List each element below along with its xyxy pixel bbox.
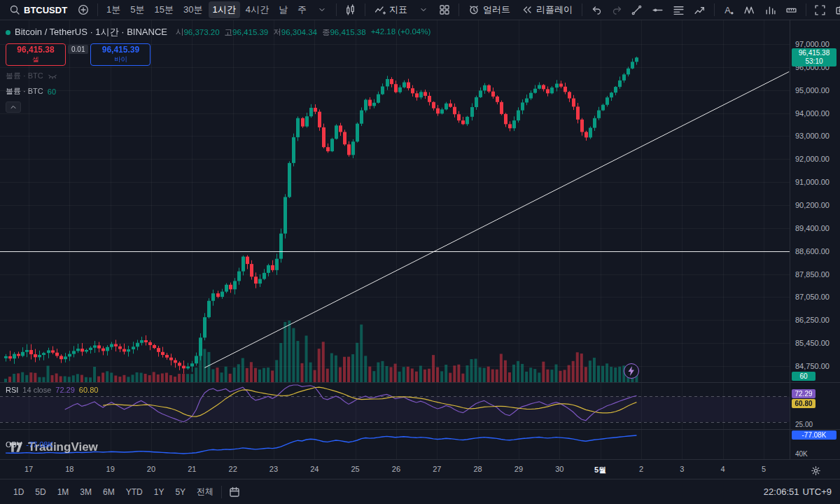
buy-price: 96,415.39 [102, 46, 139, 55]
close-value: 96,415.38 [330, 28, 365, 36]
replay-button[interactable]: 리플레이 [517, 1, 578, 18]
chevron-down-icon [318, 6, 326, 14]
clock[interactable]: 22:06:51 UTC+9 [764, 486, 832, 497]
horizontal-ray-tool-button[interactable] [648, 1, 668, 18]
range-전체[interactable]: 전체 [192, 484, 218, 500]
fib-retracement-tool-button[interactable] [669, 1, 689, 18]
eye-off-icon[interactable] [48, 71, 57, 81]
bottom-toolbar: 1D5D1M3M6MYTD1Y5Y전체 22:06:51 UTC+9 [0, 479, 840, 504]
toolbar-left: BTCUSDT 1분5분15분30분1시간4시간날주 지표 [4, 1, 627, 18]
interval-dropdown-button[interactable] [312, 1, 332, 18]
range-5Y[interactable]: 5Y [170, 485, 190, 499]
interval-1시간[interactable]: 1시간 [209, 1, 240, 18]
pane-separator-obv[interactable] [0, 429, 840, 430]
go-to-date-button[interactable] [225, 484, 244, 500]
price-axis-label: 87,050.00 [795, 293, 830, 301]
range-1D[interactable]: 1D [8, 485, 29, 499]
chevron-up-icon [9, 103, 18, 111]
time-axis-label: 28 [474, 465, 482, 473]
order-quantity[interactable]: 0.01 [68, 45, 88, 54]
high-label: 고 [225, 28, 233, 36]
volume-legend-hidden-row: 볼륨 · BTC [6, 71, 430, 81]
interval-주[interactable]: 주 [293, 1, 311, 18]
trend-line-tool-button[interactable] [627, 1, 647, 18]
snapshot-button[interactable] [832, 1, 840, 18]
time-axis-label: 5월 [594, 465, 606, 475]
change-value: +42.18 (+0.04%) [371, 27, 431, 38]
range-5D[interactable]: 5D [30, 485, 50, 499]
pane-separator-rsi[interactable] [0, 382, 840, 383]
sell-button[interactable]: 96,415.38 셀 [6, 43, 66, 66]
fullscreen-button[interactable] [811, 1, 830, 18]
measure-ruler-icon [785, 4, 797, 16]
lightning-icon [627, 366, 636, 376]
time-axis-label: 29 [514, 465, 523, 473]
time-axis-label: 20 [147, 465, 155, 473]
ohlc-values: 시96,373.20 고96,415.39 저96,304.34 종96,415… [176, 27, 430, 38]
time-axis-label: 23 [270, 465, 278, 473]
obv-legend: OBV -77.08K [6, 440, 53, 449]
redo-icon [612, 4, 623, 15]
range-1M[interactable]: 1M [52, 485, 74, 499]
forecast-tool-button[interactable] [690, 1, 710, 18]
open-label: 시 [176, 28, 184, 36]
redo-button[interactable] [608, 1, 627, 18]
settings-gear-button[interactable] [808, 463, 823, 478]
prediction-tool-button[interactable] [761, 1, 780, 18]
text-tool-button[interactable]: A [719, 1, 738, 18]
chart-legend: Bitcoin / TetherUS · 1시간 · BINANCE 시96,3… [6, 26, 430, 113]
price-axis-label: 87,850.00 [795, 270, 830, 279]
divider [221, 486, 222, 498]
symbol-search-button[interactable]: BTCUSDT [4, 1, 72, 18]
obv-axis-badge: -77.08K [792, 430, 836, 440]
grid-layout-icon [439, 4, 450, 15]
chart-region: Bitcoin / TetherUS · 1시간 · BINANCE 시96,3… [0, 20, 840, 459]
range-1Y[interactable]: 1Y [149, 485, 169, 499]
layout-templates-button[interactable] [435, 1, 454, 18]
forecast-icon [694, 4, 706, 16]
obv-value: -77.08K [26, 440, 53, 449]
top-toolbar: BTCUSDT 1분5분15분30분1시간4시간날주 지표 [0, 0, 840, 20]
interval-5분[interactable]: 5분 [126, 1, 148, 18]
indicators-button[interactable]: 지표 [370, 1, 412, 18]
sell-label: 셀 [32, 55, 39, 64]
range-3M[interactable]: 3M [75, 485, 97, 499]
price-axis-label: 90,200.00 [795, 201, 830, 209]
undo-button[interactable] [587, 1, 606, 18]
divider [806, 4, 806, 16]
instant-trading-button[interactable] [624, 363, 639, 379]
horizontal-ray-icon [652, 4, 664, 16]
price-axis[interactable]: 96,415.38 53:10 60 72.29 60.80 25.00 -77… [790, 20, 840, 459]
indicators-label: 지표 [389, 4, 407, 16]
market-status-dot [6, 30, 10, 35]
interval-15분[interactable]: 15분 [150, 1, 178, 18]
time-axis-label: 17 [24, 465, 33, 473]
measure-tool-button[interactable] [782, 1, 802, 18]
volume-hidden-label: 볼륨 · BTC [6, 71, 43, 81]
alert-button[interactable]: 얼러트 [463, 1, 515, 18]
time-axis[interactable]: 17181920212223242526272829305월2345 [0, 459, 840, 479]
compare-add-button[interactable] [74, 1, 93, 18]
chart-style-button[interactable] [341, 1, 360, 18]
interval-4시간[interactable]: 4시간 [241, 1, 273, 18]
indicators-dropdown-button[interactable] [414, 1, 433, 18]
interval-1분[interactable]: 1분 [102, 1, 125, 18]
interval-30분[interactable]: 30분 [179, 1, 206, 18]
pattern-tool-button[interactable] [740, 1, 760, 18]
time-axis-label: 5 [762, 465, 766, 473]
price-axis-label: 91,000.00 [795, 178, 830, 186]
interval-날[interactable]: 날 [274, 1, 292, 18]
replay-label: 리플레이 [536, 4, 573, 16]
divider [714, 4, 715, 16]
volume-axis-badge: 60 [792, 372, 816, 381]
range-YTD[interactable]: YTD [121, 485, 148, 499]
buy-button[interactable]: 96,415.39 바이 [90, 43, 150, 66]
camera-icon [835, 4, 840, 16]
rsi-title: RSI [6, 386, 18, 394]
range-6M[interactable]: 6M [98, 485, 120, 499]
obv-title: OBV [6, 440, 22, 449]
legend-collapse-button[interactable] [6, 102, 21, 113]
time-axis-label: 21 [188, 465, 196, 473]
calendar-icon [229, 486, 240, 498]
low-label: 저 [273, 28, 281, 36]
